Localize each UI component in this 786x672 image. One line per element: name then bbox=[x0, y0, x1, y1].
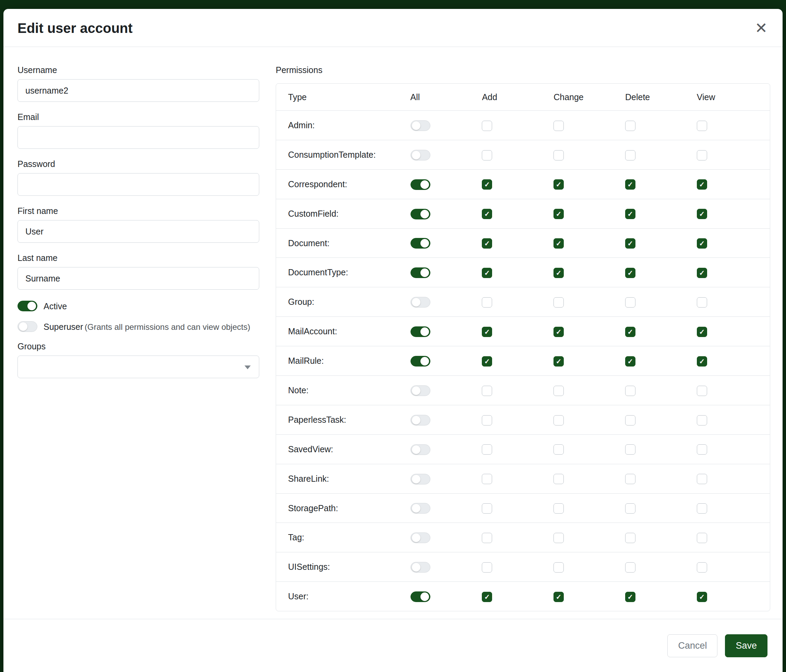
permission-add-checkbox[interactable]: ✓ bbox=[482, 179, 492, 190]
permission-all-toggle[interactable] bbox=[410, 415, 431, 425]
permission-add-checkbox[interactable] bbox=[482, 533, 492, 543]
permission-all-toggle[interactable] bbox=[410, 356, 431, 366]
permission-add-checkbox[interactable]: ✓ bbox=[482, 209, 492, 219]
permission-delete-checkbox[interactable]: ✓ bbox=[625, 209, 635, 219]
permission-change-checkbox[interactable]: ✓ bbox=[553, 592, 564, 602]
permission-add-checkbox[interactable] bbox=[482, 444, 492, 455]
permission-all-toggle[interactable] bbox=[410, 238, 431, 248]
permission-all-toggle[interactable] bbox=[410, 297, 431, 308]
permission-view-checkbox[interactable] bbox=[697, 386, 707, 396]
permission-delete-checkbox[interactable] bbox=[625, 150, 635, 160]
permission-change-checkbox[interactable]: ✓ bbox=[553, 209, 564, 219]
permission-delete-checkbox[interactable]: ✓ bbox=[625, 179, 635, 190]
permission-view-checkbox[interactable] bbox=[697, 150, 707, 160]
permission-add-checkbox[interactable] bbox=[482, 386, 492, 396]
toggle-knob bbox=[420, 181, 429, 189]
permission-delete-checkbox[interactable] bbox=[625, 562, 635, 573]
permission-delete-checkbox[interactable] bbox=[625, 533, 635, 543]
permission-all-toggle[interactable] bbox=[410, 120, 431, 131]
permission-all-toggle[interactable] bbox=[410, 532, 431, 543]
permission-change-checkbox[interactable]: ✓ bbox=[553, 356, 564, 366]
permission-all-toggle[interactable] bbox=[410, 503, 431, 513]
permission-all-toggle[interactable] bbox=[410, 150, 431, 160]
permission-view-checkbox[interactable] bbox=[697, 562, 707, 573]
permission-add-checkbox[interactable] bbox=[482, 503, 492, 513]
toggle-knob bbox=[27, 302, 36, 310]
permission-add-checkbox[interactable] bbox=[482, 415, 492, 425]
active-toggle[interactable] bbox=[17, 301, 38, 311]
permission-add-checkbox[interactable]: ✓ bbox=[482, 327, 492, 337]
permissions-table-body: Admin:ConsumptionTemplate:Correspondent:… bbox=[276, 111, 770, 611]
permission-delete-checkbox[interactable] bbox=[625, 297, 635, 308]
permission-delete-checkbox[interactable]: ✓ bbox=[625, 238, 635, 248]
permission-change-checkbox[interactable] bbox=[553, 386, 564, 396]
permission-change-checkbox[interactable] bbox=[553, 533, 564, 543]
permission-view-checkbox[interactable]: ✓ bbox=[697, 268, 707, 278]
permission-change-checkbox[interactable]: ✓ bbox=[553, 238, 564, 248]
permission-change-checkbox[interactable] bbox=[553, 444, 564, 455]
superuser-toggle[interactable] bbox=[17, 321, 38, 332]
permission-change-checkbox[interactable]: ✓ bbox=[553, 179, 564, 190]
permission-change-checkbox[interactable] bbox=[553, 150, 564, 160]
groups-select[interactable] bbox=[17, 356, 259, 378]
permission-add-checkbox[interactable]: ✓ bbox=[482, 356, 492, 366]
password-input[interactable] bbox=[17, 173, 259, 196]
permission-all-toggle[interactable] bbox=[410, 562, 431, 573]
permission-add-checkbox[interactable] bbox=[482, 150, 492, 160]
permission-add-checkbox[interactable]: ✓ bbox=[482, 238, 492, 248]
permission-delete-checkbox[interactable]: ✓ bbox=[625, 327, 635, 337]
permission-all-toggle[interactable] bbox=[410, 474, 431, 484]
cancel-button[interactable]: Cancel bbox=[667, 634, 717, 657]
permission-add-checkbox[interactable] bbox=[482, 297, 492, 308]
permission-change-checkbox[interactable]: ✓ bbox=[553, 327, 564, 337]
permission-all-toggle[interactable] bbox=[410, 592, 431, 602]
permission-delete-checkbox[interactable]: ✓ bbox=[625, 356, 635, 366]
username-input[interactable] bbox=[17, 79, 259, 102]
permission-row: StoragePath: bbox=[276, 493, 770, 523]
close-icon[interactable]: ✕ bbox=[755, 20, 767, 36]
permission-all-toggle[interactable] bbox=[410, 385, 431, 396]
permission-view-checkbox[interactable]: ✓ bbox=[697, 356, 707, 366]
permission-all-toggle[interactable] bbox=[410, 444, 431, 455]
permission-delete-checkbox[interactable] bbox=[625, 386, 635, 396]
permission-view-checkbox[interactable] bbox=[697, 533, 707, 543]
permission-view-checkbox[interactable] bbox=[697, 415, 707, 425]
permission-view-checkbox[interactable] bbox=[697, 297, 707, 308]
permission-view-checkbox[interactable]: ✓ bbox=[697, 209, 707, 219]
permission-change-checkbox[interactable]: ✓ bbox=[553, 268, 564, 278]
permission-change-checkbox[interactable] bbox=[553, 297, 564, 308]
permission-view-checkbox[interactable] bbox=[697, 444, 707, 455]
permission-view-checkbox[interactable] bbox=[697, 503, 707, 513]
permission-add-checkbox[interactable]: ✓ bbox=[482, 592, 492, 602]
permission-delete-checkbox[interactable] bbox=[625, 503, 635, 513]
permission-all-toggle[interactable] bbox=[410, 209, 431, 220]
permission-add-checkbox[interactable] bbox=[482, 121, 492, 131]
permission-change-checkbox[interactable] bbox=[553, 474, 564, 484]
permission-add-checkbox[interactable] bbox=[482, 474, 492, 484]
permission-view-checkbox[interactable]: ✓ bbox=[697, 592, 707, 602]
last-name-input[interactable] bbox=[17, 267, 259, 290]
permission-delete-checkbox[interactable] bbox=[625, 121, 635, 131]
permission-delete-checkbox[interactable]: ✓ bbox=[625, 592, 635, 602]
permission-delete-checkbox[interactable] bbox=[625, 415, 635, 425]
permission-delete-checkbox[interactable] bbox=[625, 474, 635, 484]
permission-change-checkbox[interactable] bbox=[553, 121, 564, 131]
permission-view-checkbox[interactable] bbox=[697, 121, 707, 131]
save-button[interactable]: Save bbox=[725, 634, 767, 657]
permission-view-checkbox[interactable]: ✓ bbox=[697, 327, 707, 337]
permission-delete-checkbox[interactable]: ✓ bbox=[625, 268, 635, 278]
email-input[interactable] bbox=[17, 126, 259, 149]
permission-all-toggle[interactable] bbox=[410, 267, 431, 278]
permission-change-checkbox[interactable] bbox=[553, 503, 564, 513]
permission-delete-checkbox[interactable] bbox=[625, 444, 635, 455]
permission-add-checkbox[interactable] bbox=[482, 562, 492, 573]
permission-view-checkbox[interactable]: ✓ bbox=[697, 179, 707, 190]
permission-view-checkbox[interactable] bbox=[697, 474, 707, 484]
permission-all-toggle[interactable] bbox=[410, 179, 431, 190]
permission-change-checkbox[interactable] bbox=[553, 562, 564, 573]
first-name-input[interactable] bbox=[17, 220, 259, 243]
permission-view-checkbox[interactable]: ✓ bbox=[697, 238, 707, 248]
permission-add-checkbox[interactable]: ✓ bbox=[482, 268, 492, 278]
permission-change-checkbox[interactable] bbox=[553, 415, 564, 425]
permission-all-toggle[interactable] bbox=[410, 327, 431, 337]
